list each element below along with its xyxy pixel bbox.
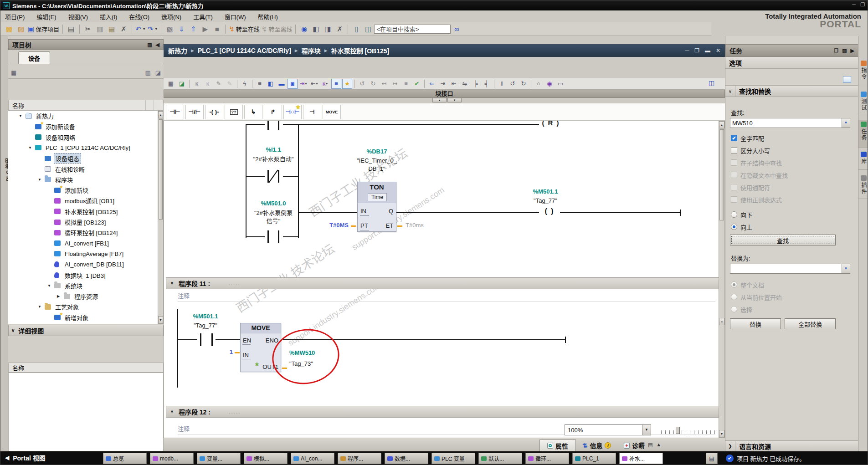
- expanded-arrow-icon[interactable]: ▼: [38, 178, 41, 182]
- title-bar[interactable]: VA Siemens - C:\Users\Via\Documents\Auto…: [0, 0, 868, 10]
- inspector-window-icon[interactable]: ▤: [648, 442, 652, 448]
- upload-from-device-button[interactable]: ⇑: [188, 24, 199, 35]
- project-search-button[interactable]: ∞: [451, 24, 462, 35]
- filter-icon[interactable]: ▦: [11, 69, 16, 76]
- sync-2-icon[interactable]: ↻: [519, 79, 529, 89]
- collapsed-arrow-icon[interactable]: ▶: [57, 294, 60, 298]
- menu-编辑(E)[interactable]: 编辑(E): [36, 12, 56, 21]
- panel-control-icon[interactable]: ❐: [834, 48, 838, 54]
- redo-button[interactable]: ↷▼: [147, 24, 159, 35]
- taskbar-ai-convert[interactable]: AI_con...: [291, 453, 334, 464]
- taskbar-tags[interactable]: 变量...: [197, 453, 241, 464]
- operand-address[interactable]: %I1.1: [246, 146, 301, 153]
- pt-input-value[interactable]: T#0MS: [320, 222, 349, 229]
- taskbar-plc1-win[interactable]: PLC_1: [572, 453, 616, 464]
- favorite-right-rail[interactable]: ⊣: [303, 105, 321, 119]
- nc-contact[interactable]: [267, 170, 269, 183]
- stop-cpu-button[interactable]: ■: [211, 24, 222, 35]
- editor-scrollbar[interactable]: ▲ ≡ ▼: [719, 121, 725, 438]
- detail-view-list[interactable]: [8, 373, 164, 451]
- tree-item-fb7[interactable]: FloatingAverage [FB7]: [8, 249, 158, 259]
- panel-control-icon[interactable]: ▥: [842, 48, 847, 54]
- taskbar-overview[interactable]: 总览: [103, 453, 147, 464]
- tab-properties[interactable]: 属性: [539, 439, 576, 451]
- tree-item-devices-networks[interactable]: 设备和网络: [8, 132, 158, 143]
- output-coil[interactable]: ( ): [539, 207, 560, 217]
- tree-item-db11[interactable]: AI_convert_DB [DB11]: [8, 259, 158, 270]
- menu-项目(P)[interactable]: 项目(P): [5, 12, 25, 21]
- network-12-header[interactable]: ▼ 程序段 12 : .....: [166, 406, 719, 418]
- ton-block[interactable]: TON Time IN Q PT ET: [357, 182, 396, 232]
- undo-net-icon[interactable]: ↺: [357, 79, 367, 89]
- favorite-close-branch[interactable]: ↱: [264, 105, 282, 119]
- taskbar-plc-tags[interactable]: PLC 变量: [431, 453, 475, 464]
- split-horizontal-button[interactable]: ◫: [363, 24, 374, 35]
- network-comment[interactable]: 注释: [178, 424, 190, 433]
- et-output-value[interactable]: T#0ms: [406, 222, 434, 229]
- menu-在线(O)[interactable]: 在线(O): [129, 12, 149, 21]
- monitor-toggle-icon[interactable]: ◫: [709, 79, 714, 87]
- tree-item-fb1[interactable]: AI_convert [FB1]: [8, 238, 158, 249]
- connection-dot-icon[interactable]: ○: [534, 79, 544, 89]
- call-structure-icon[interactable]: ≡: [401, 79, 411, 89]
- timer-db-address[interactable]: %DB17: [348, 148, 406, 155]
- operand-info-icon[interactable]: ≡: [331, 79, 341, 89]
- replace-all-button[interactable]: 全部替换: [785, 318, 836, 329]
- zoom-select[interactable]: 100% ▼: [565, 424, 651, 435]
- print-button[interactable]: ▤: [66, 24, 77, 35]
- network-11-header[interactable]: ▼ 程序段 11 : .....: [166, 277, 719, 289]
- split-vertical-button[interactable]: ▯: [351, 24, 362, 35]
- start-cpu-button[interactable]: ▶: [200, 24, 211, 35]
- format-1-icon[interactable]: ╞: [471, 79, 481, 89]
- detail-view-header[interactable]: ∨ 详细视图: [8, 325, 164, 336]
- menu-插入(I)[interactable]: 插入(I): [100, 12, 117, 21]
- operand-name[interactable]: "2#补水泵自动": [232, 154, 314, 163]
- tree-item-ob125[interactable]: 补水泵控制 [OB125]: [8, 206, 158, 217]
- show-hidden-windows-button[interactable]: ▤: [706, 453, 718, 464]
- inspector-window-icon[interactable]: ❐: [640, 442, 644, 448]
- tree-item-add-new-block[interactable]: 添加新块: [8, 185, 158, 195]
- tasks-header-icons[interactable]: ❐▥▶: [834, 48, 854, 54]
- modify-operand-icon[interactable]: ⇋: [460, 79, 470, 89]
- details-icon[interactable]: ▥: [145, 69, 150, 76]
- project-search-input[interactable]: [374, 25, 451, 34]
- settings-icon[interactable]: ▭: [555, 79, 565, 89]
- operand-address[interactable]: %M501.1: [523, 188, 568, 195]
- collapse-panel-icon[interactable]: ◀: [156, 42, 159, 48]
- taskbar-cycle-ob[interactable]: 循环...: [525, 453, 569, 464]
- menu-工具(T)[interactable]: 工具(T): [193, 12, 213, 21]
- connect-icon[interactable]: ϟ: [240, 79, 250, 89]
- breadcrumb-item[interactable]: 新热力: [168, 46, 187, 55]
- download-to-device-button[interactable]: ⇓: [176, 24, 187, 35]
- go-offline-button[interactable]: ↯转至离线: [261, 24, 293, 35]
- go-online-button[interactable]: ↯转至在线: [228, 24, 260, 35]
- panel-control-icon[interactable]: ▶: [851, 48, 854, 54]
- operand-address[interactable]: %M501.1: [178, 313, 233, 320]
- no-contact[interactable]: [200, 333, 201, 346]
- undo-button[interactable]: ↶▼: [135, 24, 146, 35]
- inspector-window-icon[interactable]: ▲: [656, 442, 661, 448]
- favorites-toggle-icon[interactable]: ★: [342, 79, 352, 89]
- tree-item-program-blocks[interactable]: ▼程序块: [8, 174, 158, 185]
- checkbox-whole-words[interactable]: ✔全字匹配: [731, 133, 764, 143]
- insert-block-call-icon[interactable]: ⇥▼: [298, 79, 308, 89]
- paste-button[interactable]: ▦: [106, 24, 117, 35]
- checkbox-match-case[interactable]: 区分大小写: [731, 146, 770, 155]
- portal-view-button[interactable]: ◀ Portal 视图: [5, 453, 46, 462]
- taskbar-analog-ob[interactable]: 模拟...: [244, 453, 288, 464]
- rail-tab-add-ins[interactable]: 插件: [858, 174, 868, 199]
- block-interface-splitter[interactable]: ▲▼: [432, 98, 462, 102]
- absolute-operands-icon[interactable]: ▦: [166, 79, 176, 89]
- collapse-networks-icon[interactable]: ◧: [266, 79, 276, 89]
- zoom-slider-thumb[interactable]: [676, 427, 680, 434]
- rail-tab-testing[interactable]: 测试: [858, 90, 868, 115]
- monitor-in-icon[interactable]: ⇥: [438, 79, 448, 89]
- rail-tab-instructions[interactable]: 指令: [858, 59, 868, 84]
- breadcrumb-item[interactable]: PLC_1 [CPU 1214C AC/DC/Rly]: [198, 47, 291, 54]
- rail-tab-tasks[interactable]: 任务: [858, 120, 868, 148]
- timer-db-name[interactable]: "IEC_Timer_0_: [346, 157, 408, 164]
- tab-devices[interactable]: 设备: [18, 51, 50, 64]
- tree-item-program-resources[interactable]: ▶程序资源: [8, 291, 158, 301]
- tree-item-ob123[interactable]: 模拟量 [OB123]: [8, 217, 158, 227]
- free-placement-icon[interactable]: ĸ▼: [320, 79, 330, 89]
